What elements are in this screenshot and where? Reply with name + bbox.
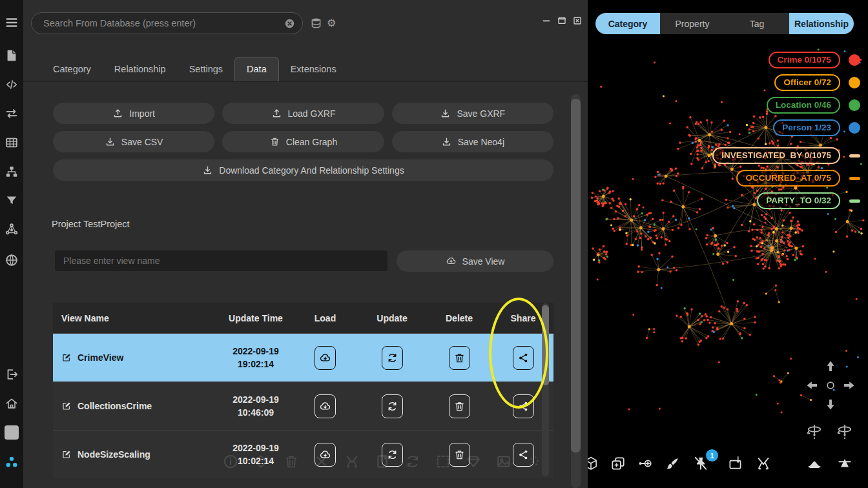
delete-view-button[interactable] (449, 346, 470, 370)
occurred-at-edge-swatch[interactable] (849, 177, 860, 180)
load-view-button[interactable] (315, 346, 336, 370)
tab-relationship[interactable]: Relationship (789, 13, 854, 34)
update-view-button[interactable] (382, 394, 403, 418)
tab-category[interactable]: Category (595, 13, 660, 34)
database-icon[interactable] (309, 17, 323, 30)
legend-item-location[interactable]: Location 0/46 (767, 97, 860, 114)
tab-category-left[interactable]: Category (41, 57, 103, 81)
scatter-cut-icon[interactable] (755, 455, 772, 472)
legend-item-investigated-by[interactable]: INVESTIGATED_BY 0/1075 (712, 147, 860, 164)
save-gxrf-button[interactable]: Save GXRF (392, 103, 553, 124)
update-view-button[interactable] (382, 443, 403, 467)
save-csv-button[interactable]: Save CSV (53, 131, 214, 152)
clear-search-icon[interactable] (284, 17, 296, 30)
share-view-button[interactable] (513, 346, 534, 370)
pan-left-icon[interactable] (805, 377, 822, 394)
officer-node-swatch[interactable] (849, 77, 860, 88)
location-node-swatch[interactable] (849, 99, 860, 111)
pull-up-icon[interactable] (836, 455, 853, 472)
view-row-nodesizescaling[interactable]: NodeSizeScaling 2022-09-19 10:02:14 (53, 430, 553, 478)
swap-arrows-icon[interactable] (5, 107, 19, 121)
gear-icon[interactable]: ⚙ (327, 17, 341, 31)
pan-right-icon[interactable] (840, 377, 856, 394)
rotate-right-axis-icon[interactable] (836, 422, 854, 440)
save-view-button[interactable]: Save View (397, 250, 553, 272)
tab-property[interactable]: Property (660, 13, 725, 34)
view-row-collectionscrime[interactable]: CollectionsCrime 2022-09-19 10:46:09 (53, 381, 553, 430)
pan-down-icon[interactable] (822, 395, 839, 412)
logout-icon[interactable] (5, 367, 19, 381)
legend-item-party-to[interactable]: PARTY_TO 0/32 (757, 192, 860, 209)
code-icon[interactable] (5, 77, 19, 92)
table-scrollbar[interactable] (542, 303, 549, 476)
menu-icon[interactable] (5, 15, 19, 30)
maximize-icon[interactable] (557, 15, 567, 26)
legend-item-occurred-at[interactable]: OCCURRED_AT 0/75 (736, 170, 860, 187)
legend-pill[interactable]: OCCURRED_AT 0/75 (736, 170, 840, 187)
edit-view-icon[interactable] (61, 449, 72, 460)
party-to-edge-swatch[interactable] (849, 199, 860, 203)
rotate-left-axis-icon[interactable] (805, 422, 823, 440)
legend-pill[interactable]: Person 1/23 (773, 119, 840, 136)
add-node-icon[interactable] (637, 455, 654, 472)
minimize-icon[interactable] (541, 15, 552, 26)
load-view-button[interactable] (315, 394, 336, 418)
edit-view-icon[interactable] (61, 401, 72, 411)
share-view-button[interactable] (513, 443, 534, 467)
save-neo4j-button[interactable]: Save Neo4j (392, 131, 553, 152)
filter-icon[interactable] (5, 194, 19, 208)
clean-graph-button[interactable]: Clean Graph (222, 131, 384, 152)
crime-node-swatch[interactable] (849, 54, 860, 66)
command-icon[interactable]: ⌘ (5, 425, 19, 440)
share-icon (517, 400, 530, 412)
home-icon[interactable] (5, 396, 19, 411)
button-label: Clean Graph (286, 137, 337, 147)
tab-relationship-left[interactable]: Relationship (103, 57, 178, 81)
investigated-by-edge-swatch[interactable] (849, 154, 860, 158)
panel-scrollbar[interactable] (571, 94, 581, 488)
tab-data[interactable]: Data (234, 57, 279, 81)
delete-view-button[interactable] (449, 443, 470, 467)
add-collection-icon[interactable] (610, 455, 626, 472)
load-gxrf-button[interactable]: Load GXRF (222, 103, 384, 124)
views-table: View Name Update Time Load Update Delete… (53, 303, 553, 478)
edit-view-icon[interactable] (61, 352, 72, 363)
table-scrollbar-thumb[interactable] (542, 305, 549, 385)
data-actions: Import Load GXRF Save GXRF Save CSV Clea… (53, 103, 553, 152)
camera-center-icon[interactable] (825, 380, 836, 391)
legend-pill[interactable]: INVESTIGATED_BY 0/1075 (712, 147, 840, 164)
legend-pill[interactable]: Crime 0/1075 (769, 52, 840, 68)
legend-pill[interactable]: Officer 0/72 (774, 74, 840, 91)
control-panel: ⌘ ⚙ Category Relationship Settings Data … (0, 0, 588, 488)
share-view-button[interactable] (513, 394, 534, 418)
legend-pill[interactable]: Location 0/46 (767, 97, 840, 114)
brush-icon[interactable] (664, 455, 681, 472)
legend-pill[interactable]: PARTY_TO 0/32 (757, 192, 840, 209)
download-settings-button[interactable]: Download Category And Relationship Setti… (53, 159, 553, 181)
close-icon[interactable] (572, 15, 583, 26)
delete-view-button[interactable] (449, 394, 470, 418)
legend-item-officer[interactable]: Officer 0/72 (774, 74, 860, 91)
tablet-pen-icon[interactable] (727, 455, 744, 472)
import-button[interactable]: Import (53, 103, 214, 124)
tab-settings[interactable]: Settings (178, 57, 234, 81)
tab-tag[interactable]: Tag (725, 13, 789, 34)
view-row-crimeview[interactable]: CrimeView 2022-09-19 19:02:14 (53, 333, 553, 381)
flatten-down-icon[interactable] (806, 455, 823, 472)
view-name-input[interactable] (55, 250, 388, 271)
update-view-button[interactable] (382, 346, 403, 370)
search-input[interactable] (32, 18, 302, 28)
legend-item-crime[interactable]: Crime 0/1075 (769, 52, 860, 68)
pan-up-icon[interactable] (822, 359, 839, 376)
network-icon[interactable] (5, 222, 19, 236)
tab-extensions[interactable]: Extensions (279, 57, 348, 81)
panel-scrollbar-thumb[interactable] (571, 99, 581, 452)
camera-navpad (798, 359, 863, 418)
person-node-swatch[interactable] (849, 122, 860, 134)
load-view-button[interactable] (315, 443, 336, 467)
table-grid-icon[interactable] (5, 136, 19, 150)
sitemap-icon[interactable] (5, 165, 19, 179)
file-icon[interactable] (5, 48, 19, 63)
globe-icon[interactable] (5, 253, 19, 267)
legend-item-person[interactable]: Person 1/23 (773, 119, 860, 136)
